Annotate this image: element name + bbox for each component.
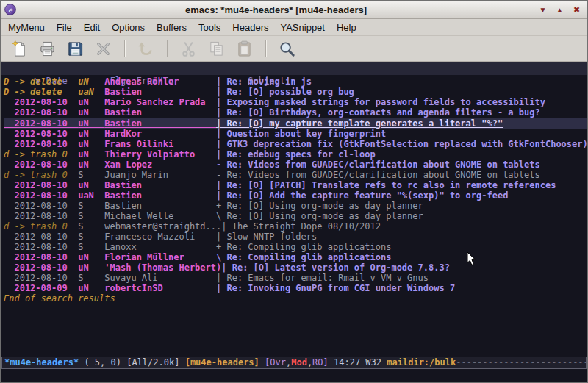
message-row[interactable]: 2012-08-10 uN Bastien | Re: [O] Birthday… — [4, 107, 587, 118]
modeline-segment: ] — [323, 357, 329, 368]
message-from: Bastien — [104, 107, 216, 118]
message-subject: | Re: [O] [PATCH] Translate refs to rc a… — [216, 180, 556, 190]
message-row[interactable]: 2012-08-10 uN Xan Lopez - Re: Videos fro… — [4, 160, 587, 170]
message-row[interactable]: 2012-08-10 uaN Bastien | Re: [O] Add the… — [4, 190, 587, 201]
window-controls: ▼ ▲ ✖ — [536, 4, 584, 16]
message-from: Bastien — [104, 118, 216, 129]
modeline-segment: Mod — [291, 357, 307, 368]
modeline-segment: [mu4e-headers] — [185, 357, 259, 368]
message-date: 2012-08-10 — [4, 232, 78, 242]
message-date: 2012-08-10 — [4, 273, 78, 283]
message-from: Bastien — [104, 87, 216, 97]
message-from: Juanjo Marin — [104, 170, 216, 180]
message-date: 2012-08-10 — [4, 252, 78, 262]
cut-button — [176, 37, 201, 60]
message-flags: uN — [78, 252, 104, 262]
titlebar[interactable]: e emacs: *mu4e-headers* [mu4e-headers] ▼… — [1, 1, 587, 19]
message-date: D -> delete — [4, 76, 78, 87]
message-row[interactable]: D -> delete uaN Bastien | Re: [O] possib… — [4, 87, 587, 97]
message-subject: | GTK3 deprecation fix (GtkFontSelection… — [216, 139, 587, 149]
message-from: webmaster@straightd... — [104, 221, 221, 232]
message-flags: S — [78, 232, 104, 242]
message-flags: S — [78, 201, 104, 211]
message-from: Thierry Volpiatto — [104, 149, 216, 160]
emacs-window: e emacs: *mu4e-headers* [mu4e-headers] ▼… — [0, 0, 588, 383]
message-row[interactable]: 2012-08-10 uN HardKor | Question about k… — [4, 129, 587, 139]
menu-item-options[interactable]: Options — [106, 21, 151, 35]
message-from: Michael Welle — [104, 211, 216, 221]
modeline-segment: maildir:/bulk — [387, 357, 456, 368]
message-subject: + Re: Compiling glib applications — [216, 242, 391, 252]
message-flags: uaN — [78, 190, 104, 201]
message-subject: | Re: [O] Birthdays, org-contacts and ag… — [216, 107, 540, 118]
message-row[interactable]: d -> trash 0 S webmaster@straightd...| T… — [4, 221, 587, 232]
message-row[interactable]: 2012-08-10 uN Frans Oilinki | GTK3 depre… — [4, 139, 587, 149]
message-from: Bastien — [104, 180, 216, 190]
message-flags: S — [78, 242, 104, 252]
menu-item-tools[interactable]: Tools — [193, 21, 226, 35]
message-subject: | Re: moving in js — [216, 76, 312, 87]
search-icon — [279, 40, 295, 57]
save-button[interactable] — [62, 37, 87, 60]
message-from: HardKor — [104, 129, 216, 139]
message-row[interactable]: 2012-08-10 uN Bastien | Re: [O] my captu… — [4, 118, 587, 129]
minibuffer[interactable] — [1, 369, 587, 382]
message-list: D -> delete uN Andreas Röhler | Re: movi… — [1, 75, 587, 357]
message-subject: - Re: Videos from GUADEC/clarification a… — [216, 170, 540, 180]
menu-item-mymenu[interactable]: MyMenu — [2, 21, 51, 35]
minimize-button[interactable]: ▼ — [536, 4, 550, 16]
message-flags: uN — [78, 97, 104, 107]
end-of-results: End of search results — [4, 293, 587, 304]
message-from: Frans Oilinki — [104, 139, 216, 149]
modeline-segment: [ — [259, 357, 270, 368]
cut-icon — [180, 40, 197, 57]
message-from: Florian Müllner — [104, 252, 216, 262]
message-flags: S — [78, 170, 104, 180]
message-from: Xan Lopez — [104, 160, 216, 170]
new-file-button[interactable] — [7, 37, 32, 60]
menu-item-edit[interactable]: Edit — [78, 21, 106, 35]
message-row[interactable]: d -> trash 0 uN Thierry Volpiatto | Re: … — [4, 149, 587, 160]
message-row[interactable]: 2012-08-10 S Michael Welle \ Re: [O] Usi… — [4, 211, 587, 221]
message-row[interactable]: 2012-08-10 S Bastien + Re: [O] Using org… — [4, 201, 587, 211]
menu-item-headers[interactable]: Headers — [226, 21, 274, 35]
message-row[interactable]: 2012-08-10 S Lanoxx + Re: Compiling glib… — [4, 242, 587, 252]
message-flags: uN — [78, 180, 104, 190]
message-row[interactable]: 2012-08-10 uN Mario Sanchez Prada | Expo… — [4, 97, 587, 107]
message-flags: uN — [78, 160, 104, 170]
menu-item-buffers[interactable]: Buffers — [151, 21, 193, 35]
message-from: Bastien — [104, 201, 216, 211]
close-button[interactable]: ✖ — [570, 4, 584, 16]
maximize-button[interactable]: ▲ — [553, 4, 567, 16]
message-row[interactable]: d -> trash 0 S Juanjo Marin - Re: Videos… — [4, 170, 587, 180]
message-flags: S — [78, 273, 104, 283]
window-title: emacs: *mu4e-headers* [mu4e-headers] — [16, 4, 536, 15]
menu-item-file[interactable]: File — [51, 21, 78, 35]
message-row[interactable]: 2012-08-10 uN Bastien | Re: [O] [PATCH] … — [4, 180, 587, 190]
message-row[interactable]: 2012-08-10 uN Florian Müllner \ Re: Comp… — [4, 252, 587, 262]
message-subject: - Re: Videos from GUADEC/clarification a… — [216, 160, 540, 170]
close-button[interactable] — [90, 37, 115, 60]
message-flags: uN — [78, 149, 104, 160]
paste-icon — [236, 40, 253, 57]
modeline-segment: RO — [312, 357, 323, 368]
message-date: 2012-08-10 — [4, 211, 78, 221]
new-file-icon — [11, 40, 28, 57]
modeline-segment: ( 5, 0) [All/2.0k] — [79, 357, 185, 368]
menu-item-yasnippet[interactable]: YASnippet — [274, 21, 330, 35]
search-button[interactable] — [274, 37, 299, 60]
message-row[interactable]: 2012-08-10 uN 'Mash (Thomas Herbert)| Re… — [4, 262, 587, 273]
headers-column-header[interactable]: ▼ DateFlgsFrom/ToSubject — [1, 62, 587, 75]
message-row[interactable]: D -> delete uN Andreas Röhler | Re: movi… — [4, 76, 587, 87]
message-subject: | The Straight Dope 08/10/2012 — [221, 221, 381, 232]
message-subject: | Re: [O] my capture template generates … — [216, 118, 503, 129]
save-icon — [67, 40, 84, 57]
undo-icon — [137, 40, 154, 57]
message-row[interactable]: 2012-08-09 uN robertcInSD | Re: Invoking… — [4, 283, 587, 293]
message-row[interactable]: 2012-08-10 S Francesco Mazzoli | Slow NN… — [4, 232, 587, 242]
print-button[interactable] — [35, 37, 60, 60]
message-flags: S — [78, 221, 104, 232]
message-row[interactable]: 2012-08-10 S Suvayu Ali | Re: Emacs for … — [4, 273, 587, 283]
modeline-segment: *mu4e-headers* — [4, 357, 79, 368]
menu-item-help[interactable]: Help — [331, 21, 362, 35]
